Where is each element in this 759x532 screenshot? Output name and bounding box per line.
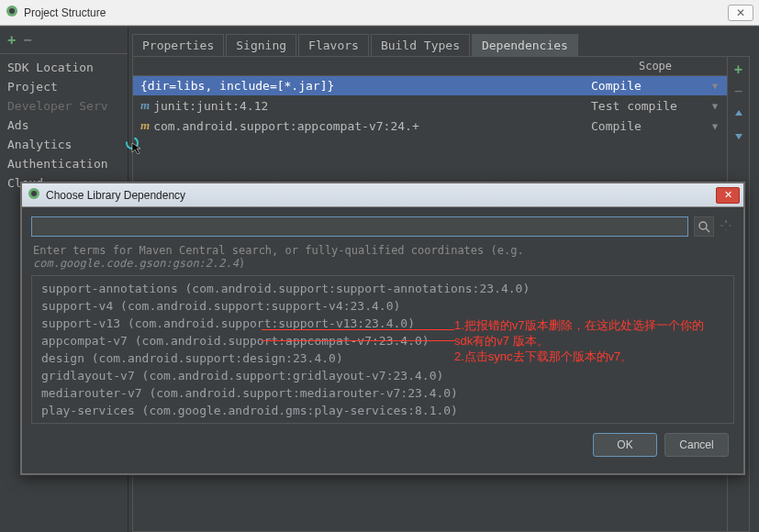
cancel-button[interactable]: Cancel — [664, 433, 729, 457]
tabs: PropertiesSigningFlavorsBuild TypesDepen… — [132, 34, 750, 56]
sidebar-item-ads[interactable]: Ads — [0, 116, 128, 135]
dependency-text: com.android.support:appcompat-v7:24.+ — [153, 119, 419, 133]
chevron-down-icon[interactable]: ▼ — [712, 101, 720, 111]
window-title: Project Structure — [24, 6, 728, 19]
sidebar-item-authentication[interactable]: Authentication — [0, 154, 128, 173]
window-titlebar: Project Structure ✕ — [0, 0, 759, 26]
tab-dependencies[interactable]: Dependencies — [472, 34, 578, 56]
sidebar-item-project[interactable]: Project — [0, 77, 128, 96]
sidebar-item-sdk-location[interactable]: SDK Location — [0, 58, 128, 77]
result-row[interactable]: gridlayout-v7 (com.android.support:gridl… — [32, 367, 733, 384]
result-row[interactable]: mediarouter-v7 (com.android.support:medi… — [32, 384, 733, 402]
search-hint: Enter terms for Maven Central search, or… — [31, 237, 734, 275]
results-list: 1.把报错的v7版本删除，在这此处选择一个你的 sdk有的v7 版本。 2.点击… — [31, 275, 734, 424]
window-close-button[interactable]: ✕ — [728, 5, 753, 21]
scope-column-header: Scope — [591, 60, 720, 72]
scope-value[interactable]: Compile — [591, 119, 642, 133]
dependency-text: junit:junit:4.12 — [153, 99, 268, 113]
sidebar-item-analytics[interactable]: Analytics — [0, 135, 128, 154]
svg-point-4 — [31, 191, 37, 196]
chevron-down-icon[interactable]: ▼ — [712, 121, 720, 131]
search-input[interactable] — [31, 216, 688, 237]
tab-flavors[interactable]: Flavors — [298, 34, 369, 56]
ok-button[interactable]: OK — [593, 433, 657, 457]
dialog-title: Choose Library Dependency — [46, 189, 716, 202]
chevron-down-icon[interactable]: ▼ — [712, 81, 720, 91]
svg-line-6 — [706, 228, 709, 232]
loading-spinner-icon — [720, 219, 734, 234]
dialog-close-button[interactable]: ✕ — [716, 187, 740, 204]
move-down-button[interactable] — [731, 128, 746, 143]
result-row[interactable]: design (com.android.support:design:23.4.… — [32, 349, 733, 367]
dialog-app-icon — [28, 187, 40, 203]
app-icon — [6, 5, 18, 20]
deps-header: Scope — [133, 57, 727, 76]
sidebar-item-developer-serv[interactable]: Developer Serv — [0, 96, 128, 116]
dependency-row[interactable]: mjunit:junit:4.12Test compile▼ — [133, 95, 727, 116]
svg-point-1 — [9, 8, 15, 14]
add-module-button[interactable]: + — [7, 32, 16, 51]
dependency-row[interactable]: {dir=libs, include=[*.jar]}Compile▼ — [133, 76, 727, 95]
dependency-row[interactable]: mcom.android.support:appcompat-v7:24.+Co… — [133, 116, 727, 136]
remove-dependency-button[interactable]: − — [731, 84, 746, 99]
result-row[interactable]: play-services (com.google.android.gms:pl… — [32, 402, 733, 419]
move-up-button[interactable] — [731, 106, 746, 121]
scope-value[interactable]: Test compile — [591, 99, 677, 113]
tab-build-types[interactable]: Build Types — [371, 34, 470, 56]
tab-signing[interactable]: Signing — [226, 34, 296, 56]
svg-point-5 — [699, 222, 707, 229]
dependency-text: {dir=libs, include=[*.jar]} — [140, 79, 334, 93]
library-dependency-dialog: Choose Library Dependency ✕ Enter terms … — [20, 182, 745, 475]
search-button[interactable] — [694, 216, 714, 237]
tab-properties[interactable]: Properties — [132, 34, 224, 56]
remove-module-button: − — [23, 32, 31, 51]
result-row[interactable]: support-annotations (com.android.support… — [32, 280, 733, 297]
maven-icon: m — [140, 118, 150, 133]
maven-icon: m — [140, 98, 150, 113]
result-row[interactable]: support-v4 (com.android.support:support-… — [32, 297, 733, 315]
add-dependency-button[interactable]: + — [731, 62, 746, 77]
scope-value[interactable]: Compile — [591, 79, 642, 93]
